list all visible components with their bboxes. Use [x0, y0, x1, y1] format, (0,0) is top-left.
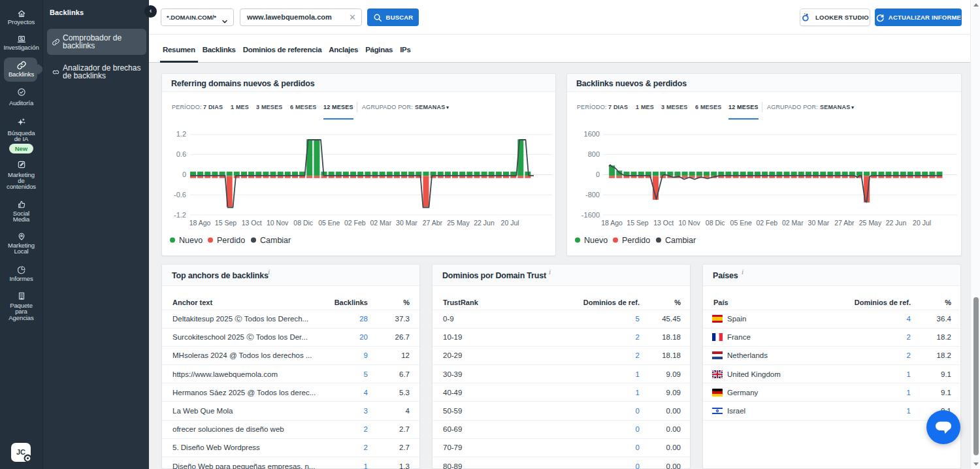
svg-text:13 Oct: 13 Oct — [653, 219, 674, 227]
svg-text:Perdido: Perdido — [217, 236, 245, 245]
svg-text:08 Dic: 08 Dic — [293, 219, 313, 227]
svg-text:18 Ago: 18 Ago — [601, 219, 623, 227]
svg-text:1.2: 1.2 — [176, 130, 186, 138]
svg-text:800: 800 — [588, 150, 600, 158]
svg-text:05 Ene: 05 Ene — [318, 219, 340, 227]
svg-text:Perdido: Perdido — [622, 236, 650, 245]
svg-text:22 Jun: 22 Jun — [474, 219, 495, 227]
svg-text:0.6: 0.6 — [176, 150, 186, 158]
svg-text:0: 0 — [182, 170, 186, 178]
svg-text:25 May: 25 May — [859, 219, 882, 227]
svg-text:10 Nov: 10 Nov — [678, 219, 700, 227]
svg-text:Cambiar: Cambiar — [260, 236, 291, 245]
svg-text:02 Mar: 02 Mar — [782, 219, 804, 227]
svg-text:30 Mar: 30 Mar — [808, 219, 830, 227]
svg-text:Nuevo: Nuevo — [584, 236, 608, 245]
svg-text:0: 0 — [596, 170, 600, 178]
svg-text:27 Abr: 27 Abr — [834, 219, 855, 227]
svg-text:22 Jun: 22 Jun — [886, 219, 907, 227]
svg-text:-800: -800 — [585, 191, 600, 199]
svg-text:15 Sep: 15 Sep — [627, 219, 648, 227]
svg-text:18 Ago: 18 Ago — [189, 219, 211, 227]
svg-text:20 Jul: 20 Jul — [501, 219, 519, 227]
svg-text:10 Nov: 10 Nov — [267, 219, 289, 227]
svg-text:20 Jul: 20 Jul — [913, 219, 931, 227]
svg-text:08 Dic: 08 Dic — [706, 219, 725, 227]
svg-text:02 Feb: 02 Feb — [756, 219, 777, 227]
svg-text:Nuevo: Nuevo — [179, 236, 203, 245]
svg-text:05 Ene: 05 Ene — [730, 219, 752, 227]
svg-text:13 Oct: 13 Oct — [242, 219, 262, 227]
svg-text:02 Feb: 02 Feb — [344, 219, 366, 227]
svg-text:Cambiar: Cambiar — [665, 236, 696, 245]
svg-text:30 Mar: 30 Mar — [396, 219, 417, 227]
svg-text:-1.2: -1.2 — [174, 211, 186, 219]
svg-text:25 May: 25 May — [447, 219, 470, 227]
svg-text:15 Sep: 15 Sep — [215, 219, 237, 227]
svg-text:02 Mar: 02 Mar — [370, 219, 391, 227]
svg-text:27 Abr: 27 Abr — [423, 219, 443, 227]
svg-text:-1600: -1600 — [581, 211, 600, 219]
svg-text:-0.6: -0.6 — [174, 191, 186, 199]
svg-text:1600: 1600 — [584, 130, 600, 138]
